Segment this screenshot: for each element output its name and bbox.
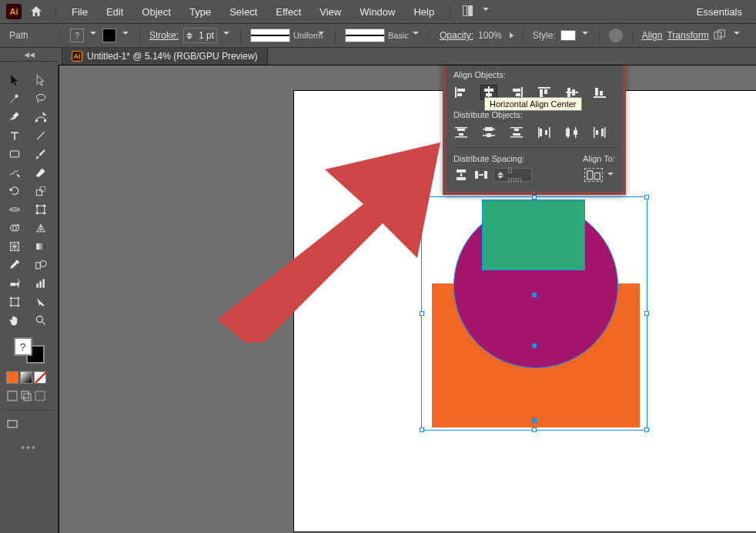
- mesh-tool-icon[interactable]: [3, 237, 26, 256]
- draw-behind-icon[interactable]: [20, 390, 32, 402]
- variable-width-profile[interactable]: Uniform: [250, 28, 312, 42]
- slice-tool-icon[interactable]: [29, 293, 52, 311]
- menu-help[interactable]: Help: [406, 3, 442, 21]
- distribute-top-icon[interactable]: [453, 126, 469, 139]
- pen-tool-icon[interactable]: [3, 108, 26, 126]
- align-to-selection-icon[interactable]: [584, 168, 603, 182]
- recolor-icon[interactable]: [609, 28, 623, 42]
- perspective-grid-tool-icon[interactable]: [29, 219, 52, 237]
- selection-bounding-box[interactable]: [421, 196, 647, 431]
- svg-rect-73: [566, 129, 570, 136]
- gradient-tool-icon[interactable]: [29, 237, 52, 256]
- symbol-sprayer-tool-icon[interactable]: [3, 274, 26, 293]
- stroke-weight-value: 1 pt: [199, 30, 214, 41]
- draw-inside-icon[interactable]: [34, 390, 46, 402]
- eyedropper-tool-icon[interactable]: [3, 256, 26, 274]
- fill-color-swatch[interactable]: ?: [14, 337, 32, 356]
- transform-panel-link[interactable]: Transform: [667, 30, 708, 41]
- rectangle-tool-icon[interactable]: [3, 145, 26, 163]
- distribute-bottom-icon[interactable]: [509, 126, 524, 139]
- svg-rect-47: [540, 89, 543, 97]
- isolate-dropdown-icon[interactable]: [734, 32, 741, 39]
- distribute-right-icon[interactable]: [592, 126, 607, 139]
- fill-dropdown-icon[interactable]: [90, 32, 98, 39]
- hand-tool-icon[interactable]: [3, 311, 26, 330]
- brush-definition[interactable]: Basic: [345, 28, 406, 42]
- rotate-tool-icon[interactable]: [3, 182, 26, 200]
- style-dropdown-icon[interactable]: [582, 32, 590, 39]
- fill-swatch[interactable]: ?: [70, 28, 84, 42]
- align-panel-link[interactable]: Align: [642, 30, 663, 41]
- column-graph-tool-icon[interactable]: [29, 274, 52, 293]
- menu-select[interactable]: Select: [222, 3, 265, 21]
- workspace-switcher[interactable]: Essentials: [689, 3, 750, 21]
- shaper-tool-icon[interactable]: [3, 163, 26, 182]
- distribute-spacing-v-icon[interactable]: [453, 168, 469, 182]
- distribute-left-icon[interactable]: [537, 126, 552, 139]
- opacity-value[interactable]: 100%: [478, 30, 502, 41]
- type-tool-icon[interactable]: [3, 126, 26, 145]
- brush-dropdown-icon[interactable]: [413, 32, 420, 39]
- distribute-spacing-h-icon[interactable]: [473, 168, 489, 182]
- opacity-more-icon[interactable]: [510, 32, 513, 39]
- stroke-weight-input[interactable]: 1 pt: [183, 28, 217, 43]
- arrange-dropdown-icon[interactable]: [483, 8, 490, 15]
- direct-selection-tool-icon[interactable]: [29, 71, 52, 89]
- menu-type[interactable]: Type: [182, 3, 219, 21]
- document-tab[interactable]: Ai Untitled-1* @ 5.14% (RGB/GPU Preview): [62, 48, 268, 65]
- free-transform-tool-icon[interactable]: [29, 200, 52, 219]
- blend-tool-icon[interactable]: [29, 256, 52, 274]
- menu-effect[interactable]: Effect: [268, 3, 309, 21]
- artboard-tool-icon[interactable]: [3, 293, 26, 311]
- edit-toolbar-icon[interactable]: •••: [0, 434, 58, 461]
- align-bottom-icon[interactable]: [592, 85, 607, 99]
- svg-rect-79: [457, 169, 466, 173]
- isolate-icon[interactable]: [714, 29, 728, 42]
- screen-mode-button[interactable]: [0, 415, 58, 434]
- svg-rect-42: [486, 93, 492, 96]
- paintbrush-tool-icon[interactable]: [29, 145, 52, 163]
- ai-file-icon: Ai: [72, 51, 82, 62]
- fill-stroke-control[interactable]: ?: [0, 333, 58, 368]
- stroke-stepper-icon[interactable]: [186, 28, 196, 42]
- zoom-tool-icon[interactable]: [29, 311, 52, 330]
- spacing-value-input[interactable]: 0 mm: [493, 168, 532, 182]
- home-icon[interactable]: [29, 5, 43, 18]
- magic-wand-tool-icon[interactable]: [3, 89, 26, 108]
- distribute-vcenter-icon[interactable]: [481, 126, 497, 139]
- none-mode-icon[interactable]: [34, 371, 46, 384]
- canvas-area[interactable]: Align Objects: Distribute Objects:: [59, 65, 756, 533]
- opacity-link[interactable]: Opacity:: [440, 30, 473, 41]
- color-mode-icon[interactable]: [6, 371, 18, 384]
- svg-rect-77: [601, 129, 604, 136]
- line-tool-icon[interactable]: [29, 126, 52, 145]
- toolbox-collapse-icon[interactable]: ◀◀: [0, 48, 59, 62]
- menu-file[interactable]: File: [64, 3, 95, 21]
- arrange-documents-icon[interactable]: [463, 5, 478, 18]
- selection-tool-icon[interactable]: [3, 71, 26, 89]
- menu-edit[interactable]: Edit: [99, 3, 131, 21]
- stroke-panel-link[interactable]: Stroke:: [149, 30, 179, 41]
- draw-mode-icon[interactable]: [6, 390, 18, 402]
- menu-object[interactable]: Object: [134, 3, 179, 21]
- profile-dropdown-icon[interactable]: [318, 32, 326, 39]
- stroke-weight-dropdown-icon[interactable]: [223, 32, 231, 39]
- menu-view[interactable]: View: [312, 3, 349, 21]
- width-tool-icon[interactable]: [3, 200, 26, 219]
- menu-window[interactable]: Window: [352, 3, 403, 21]
- distribute-hcenter-icon[interactable]: [564, 126, 580, 139]
- curvature-tool-icon[interactable]: [29, 108, 52, 126]
- scale-tool-icon[interactable]: [29, 182, 52, 200]
- gradient-mode-icon[interactable]: [20, 371, 32, 384]
- align-left-icon[interactable]: [453, 85, 469, 99]
- spacing-stepper-icon[interactable]: [497, 168, 507, 182]
- svg-point-2: [36, 94, 45, 100]
- graphic-style-swatch[interactable]: [560, 30, 576, 41]
- align-to-dropdown-icon[interactable]: [607, 173, 615, 180]
- svg-rect-43: [521, 87, 523, 98]
- eraser-tool-icon[interactable]: [29, 163, 52, 182]
- lasso-tool-icon[interactable]: [29, 89, 52, 108]
- shape-builder-tool-icon[interactable]: [3, 219, 26, 237]
- stroke-dropdown-icon[interactable]: [122, 32, 130, 39]
- stroke-swatch[interactable]: [102, 28, 116, 42]
